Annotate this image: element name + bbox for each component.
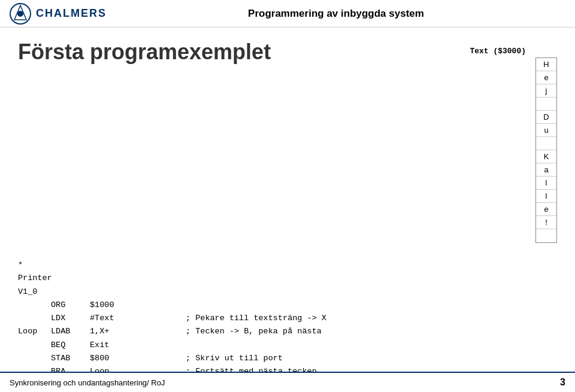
logo-area: CHALMERS [10, 3, 107, 25]
sidebar-char-e: e [536, 71, 556, 84]
asm-line-ldab: Loop LDAB 1,X+ ; Tecken -> B, peka på nä… [18, 325, 557, 338]
sidebar-char-a: a [536, 163, 556, 177]
logo-text: CHALMERS [36, 7, 107, 20]
sidebar-char-K: K [536, 150, 556, 163]
sidebar-char-l1: l [536, 177, 556, 190]
header: CHALMERS Programmering av inbyggda syste… [0, 0, 575, 28]
footer-left-text: Synkronisering och undantagshantering/ R… [10, 378, 165, 387]
sidebar-char-e2: e [536, 203, 556, 216]
footer-page-number: 3 [560, 377, 565, 388]
sidebar-char-u: u [536, 124, 556, 137]
sidebar-char-empty2 [536, 137, 556, 150]
chalmers-logo-icon [10, 3, 31, 25]
sidebar-char-empty1 [536, 98, 556, 111]
slide-title: Första programexemplet [18, 39, 271, 65]
text-label: Text ($3000) [470, 44, 526, 56]
right-sidebar: H e j D u K a l l e ! [535, 57, 557, 243]
main-content: Första programexemplet Text ($3000) H e … [0, 28, 575, 392]
sidebar-char-excl: ! [536, 216, 556, 229]
sidebar-char-H: H [536, 58, 556, 71]
sidebar-char-D: D [536, 111, 556, 124]
sidebar-char-l2: l [536, 190, 556, 203]
svg-point-2 [17, 11, 23, 17]
asm-line-comment: * Printer V1_0 [18, 259, 557, 299]
asm-line-org: ORG $1000 [18, 299, 557, 312]
sidebar-char-j: j [536, 84, 556, 98]
footer: Synkronisering och undantagshantering/ R… [0, 372, 575, 392]
asm-line-ldx: LDX #Text ; Pekare till textsträng -> X [18, 312, 557, 325]
asm-line-beq: BEQ Exit [18, 339, 557, 352]
header-title: Programmering av inbyggda system [107, 8, 565, 20]
asm-line-stab: STAB $800 ; Skriv ut till port [18, 352, 557, 365]
sidebar-char-empty3 [536, 229, 556, 242]
